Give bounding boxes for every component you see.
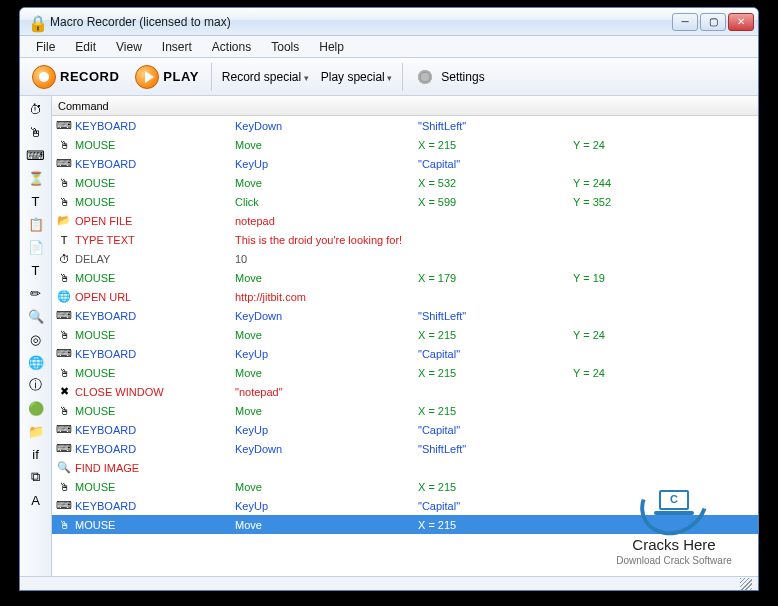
play-special-dropdown[interactable]: Play special bbox=[317, 68, 397, 86]
resize-grip[interactable] bbox=[740, 578, 752, 590]
row-command: KEYBOARD bbox=[72, 443, 235, 455]
sidetool-16[interactable]: ⧉ bbox=[25, 466, 47, 488]
grid-header[interactable]: Command bbox=[52, 96, 758, 116]
record-button[interactable]: RECORD bbox=[26, 63, 125, 91]
sidetool-2[interactable]: ⌨ bbox=[25, 144, 47, 166]
row-param2: X = 215 bbox=[418, 329, 573, 341]
row-icon: 🔍 bbox=[56, 460, 72, 476]
sidetool-7[interactable]: T bbox=[25, 259, 47, 281]
grid-rows[interactable]: ⌨KEYBOARDKeyDown"ShiftLeft"🖱MOUSEMoveX =… bbox=[52, 116, 758, 576]
row-icon: 🖱 bbox=[56, 365, 72, 381]
table-row[interactable]: ⌨KEYBOARDKeyDown"ShiftLeft" bbox=[52, 306, 758, 325]
table-row[interactable]: 🖱MOUSEMoveX = 215Y = 24 bbox=[52, 363, 758, 382]
close-button[interactable]: ✕ bbox=[728, 13, 754, 31]
column-command: Command bbox=[52, 100, 115, 112]
table-row[interactable]: 🌐OPEN URLhttp://jitbit.com bbox=[52, 287, 758, 306]
sidetool-3[interactable]: ⏳ bbox=[25, 167, 47, 189]
settings-button[interactable]: Settings bbox=[409, 65, 490, 89]
row-param1: KeyUp bbox=[235, 348, 418, 360]
table-row[interactable]: 🖱MOUSEMoveX = 215 bbox=[52, 401, 758, 420]
row-icon: ⌨ bbox=[56, 346, 72, 362]
row-command: MOUSE bbox=[72, 329, 235, 341]
row-param2: X = 599 bbox=[418, 196, 573, 208]
sidetool-8[interactable]: ✏ bbox=[25, 282, 47, 304]
table-row[interactable]: ⌨KEYBOARDKeyDown"ShiftLeft" bbox=[52, 116, 758, 135]
table-row[interactable]: 🖱MOUSEMoveX = 532Y = 244 bbox=[52, 173, 758, 192]
sidetool-0[interactable]: ⏱ bbox=[25, 98, 47, 120]
row-command: MOUSE bbox=[72, 177, 235, 189]
table-row[interactable]: 📂OPEN FILEnotepad bbox=[52, 211, 758, 230]
row-command: MOUSE bbox=[72, 196, 235, 208]
table-row[interactable]: 🖱MOUSEMoveX = 215Y = 24 bbox=[52, 325, 758, 344]
minimize-button[interactable]: ─ bbox=[672, 13, 698, 31]
row-param3: Y = 19 bbox=[573, 272, 758, 284]
table-row[interactable]: ⏱DELAY10 bbox=[52, 249, 758, 268]
row-param1: KeyDown bbox=[235, 120, 418, 132]
sidetool-13[interactable]: 🟢 bbox=[25, 397, 47, 419]
row-param1: "notepad" bbox=[235, 386, 418, 398]
row-param2: X = 179 bbox=[418, 272, 573, 284]
menu-help[interactable]: Help bbox=[309, 38, 354, 56]
sidetool-17[interactable]: A bbox=[25, 489, 47, 511]
titlebar[interactable]: 🔒 Macro Recorder (licensed to max) ─ ▢ ✕ bbox=[20, 8, 758, 36]
row-param1: KeyDown bbox=[235, 310, 418, 322]
table-row[interactable]: 🖱MOUSEMoveX = 179Y = 19 bbox=[52, 268, 758, 287]
table-row[interactable]: ✖CLOSE WINDOW"notepad" bbox=[52, 382, 758, 401]
row-command: MOUSE bbox=[72, 481, 235, 493]
row-param2: X = 215 bbox=[418, 481, 573, 493]
row-icon: 🖱 bbox=[56, 137, 72, 153]
table-row[interactable]: 🖱MOUSEMoveX = 215 bbox=[52, 477, 758, 496]
row-param2: X = 215 bbox=[418, 139, 573, 151]
play-button[interactable]: PLAY bbox=[129, 63, 204, 91]
row-icon: 🖱 bbox=[56, 479, 72, 495]
table-row[interactable]: 🖱MOUSEMoveX = 215Y = 24 bbox=[52, 135, 758, 154]
record-special-dropdown[interactable]: Record special bbox=[218, 68, 313, 86]
sidetool-15[interactable]: if bbox=[25, 443, 47, 465]
menu-file[interactable]: File bbox=[26, 38, 65, 56]
menu-tools[interactable]: Tools bbox=[261, 38, 309, 56]
sidetool-10[interactable]: ◎ bbox=[25, 328, 47, 350]
table-row[interactable]: ⌨KEYBOARDKeyUp"Capital" bbox=[52, 496, 758, 515]
row-command: KEYBOARD bbox=[72, 120, 235, 132]
menu-view[interactable]: View bbox=[106, 38, 152, 56]
sidetool-1[interactable]: 🖱 bbox=[25, 121, 47, 143]
sidetool-5[interactable]: 📋 bbox=[25, 213, 47, 235]
row-command: MOUSE bbox=[72, 405, 235, 417]
sidetool-12[interactable]: ⓘ bbox=[25, 374, 47, 396]
sidetool-4[interactable]: T bbox=[25, 190, 47, 212]
sidetool-6[interactable]: 📄 bbox=[25, 236, 47, 258]
row-param3: Y = 24 bbox=[573, 329, 758, 341]
sidetool-14[interactable]: 📁 bbox=[25, 420, 47, 442]
row-param2: X = 532 bbox=[418, 177, 573, 189]
row-param1: KeyUp bbox=[235, 500, 418, 512]
table-row[interactable]: ⌨KEYBOARDKeyUp"Capital" bbox=[52, 420, 758, 439]
row-command: KEYBOARD bbox=[72, 500, 235, 512]
sidetool-9[interactable]: 🔍 bbox=[25, 305, 47, 327]
table-row[interactable]: 🔍FIND IMAGE bbox=[52, 458, 758, 477]
row-param1: Move bbox=[235, 272, 418, 284]
toolbar: RECORD PLAY Record special Play special … bbox=[20, 58, 758, 96]
row-icon: ⌨ bbox=[56, 441, 72, 457]
row-param1: KeyUp bbox=[235, 424, 418, 436]
table-row[interactable]: TTYPE TEXTThis is the droid you're looki… bbox=[52, 230, 758, 249]
table-row[interactable]: ⌨KEYBOARDKeyUp"Capital" bbox=[52, 154, 758, 173]
row-param2: X = 215 bbox=[418, 519, 573, 531]
row-icon: 🖱 bbox=[56, 517, 72, 533]
table-row[interactable]: ⌨KEYBOARDKeyUp"Capital" bbox=[52, 344, 758, 363]
row-param1: 10 bbox=[235, 253, 418, 265]
row-command: MOUSE bbox=[72, 519, 235, 531]
play-icon bbox=[135, 65, 159, 89]
table-row[interactable]: 🖱MOUSEClickX = 599Y = 352 bbox=[52, 192, 758, 211]
row-param1: Move bbox=[235, 519, 418, 531]
row-command: KEYBOARD bbox=[72, 310, 235, 322]
menu-actions[interactable]: Actions bbox=[202, 38, 261, 56]
row-param2: "ShiftLeft" bbox=[418, 310, 573, 322]
table-row[interactable]: ⌨KEYBOARDKeyDown"ShiftLeft" bbox=[52, 439, 758, 458]
sidetool-11[interactable]: 🌐 bbox=[25, 351, 47, 373]
menu-insert[interactable]: Insert bbox=[152, 38, 202, 56]
maximize-button[interactable]: ▢ bbox=[700, 13, 726, 31]
menu-edit[interactable]: Edit bbox=[65, 38, 106, 56]
table-row[interactable]: 🖱MOUSEMoveX = 215 bbox=[52, 515, 758, 534]
row-icon: ⏱ bbox=[56, 251, 72, 267]
command-grid: Command ⌨KEYBOARDKeyDown"ShiftLeft"🖱MOUS… bbox=[52, 96, 758, 576]
